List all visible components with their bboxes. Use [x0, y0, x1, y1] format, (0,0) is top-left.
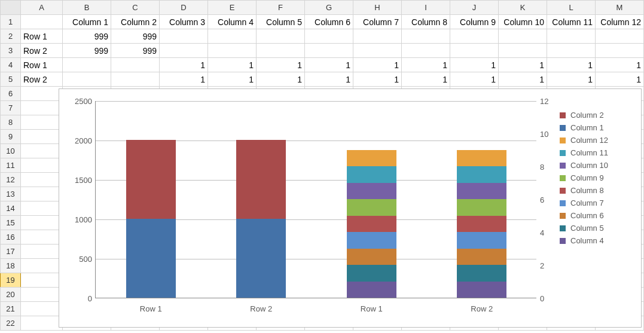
col-header-A[interactable]: A [21, 1, 63, 15]
cell[interactable]: 1 [160, 72, 208, 87]
row-header[interactable]: 12 [1, 173, 21, 187]
cell[interactable]: Column 11 [547, 15, 596, 29]
row-header[interactable]: 15 [1, 216, 21, 230]
cell[interactable]: 999 [111, 44, 160, 58]
row-header[interactable]: 16 [1, 230, 21, 245]
cell[interactable] [21, 273, 63, 288]
cell[interactable] [208, 29, 257, 44]
cell[interactable] [21, 302, 63, 316]
cell[interactable]: Column 3 [160, 15, 208, 29]
col-header-E[interactable]: E [208, 1, 257, 15]
row-header[interactable]: 5 [1, 72, 21, 87]
col-header-D[interactable]: D [160, 1, 208, 15]
row-header[interactable]: 1 [1, 15, 21, 29]
cell[interactable]: 1 [499, 72, 547, 87]
cell[interactable]: 1 [353, 72, 402, 87]
col-header-B[interactable]: B [63, 1, 111, 15]
cell[interactable] [305, 44, 353, 58]
select-all-corner[interactable] [1, 1, 21, 15]
cell[interactable]: 999 [63, 44, 111, 58]
row-header[interactable]: 19 [1, 273, 21, 288]
row-header[interactable]: 11 [1, 158, 21, 173]
cell[interactable] [63, 72, 111, 87]
cell[interactable] [21, 158, 63, 173]
cell[interactable] [208, 44, 257, 58]
row-header[interactable]: 3 [1, 44, 21, 58]
cell[interactable]: 999 [111, 29, 160, 44]
row-header[interactable]: 7 [1, 101, 21, 115]
cell[interactable] [402, 44, 450, 58]
cell[interactable]: Row 2 [21, 72, 63, 87]
cell[interactable] [596, 44, 644, 58]
embedded-chart[interactable]: 05001000150020002500024681012Row 1Row 2R… [59, 88, 642, 328]
cell[interactable]: 1 [596, 58, 644, 72]
row-header[interactable]: 2 [1, 29, 21, 44]
cell[interactable] [21, 245, 63, 259]
cell[interactable]: 1 [499, 58, 547, 72]
cell[interactable]: 1 [353, 58, 402, 72]
col-header-G[interactable]: G [305, 1, 353, 15]
cell[interactable]: 1 [547, 72, 596, 87]
cell[interactable]: Column 9 [450, 15, 499, 29]
cell[interactable]: Column 7 [353, 15, 402, 29]
col-header-M[interactable]: M [596, 1, 644, 15]
row-header[interactable]: 10 [1, 144, 21, 158]
cell[interactable] [499, 29, 547, 44]
cell[interactable] [21, 216, 63, 230]
row-header[interactable]: 18 [1, 259, 21, 273]
cell[interactable] [21, 115, 63, 130]
col-header-F[interactable]: F [257, 1, 305, 15]
row-header[interactable]: 22 [1, 316, 21, 331]
cell[interactable]: 1 [305, 72, 353, 87]
cell[interactable]: 1 [596, 72, 644, 87]
row-header[interactable]: 14 [1, 201, 21, 216]
cell[interactable] [305, 29, 353, 44]
cell[interactable] [547, 29, 596, 44]
cell[interactable] [160, 29, 208, 44]
cell[interactable]: 1 [305, 58, 353, 72]
cell[interactable]: Column 12 [596, 15, 644, 29]
cell[interactable]: Row 2 [21, 44, 63, 58]
cell[interactable] [63, 58, 111, 72]
cell[interactable] [111, 72, 160, 87]
cell[interactable]: Column 2 [111, 15, 160, 29]
cell[interactable]: Column 1 [63, 15, 111, 29]
cell[interactable] [21, 87, 63, 101]
cell[interactable]: 1 [450, 58, 499, 72]
cell[interactable]: Column 6 [305, 15, 353, 29]
col-header-C[interactable]: C [111, 1, 160, 15]
cell[interactable] [21, 259, 63, 273]
row-header[interactable]: 8 [1, 115, 21, 130]
cell[interactable] [21, 15, 63, 29]
cell[interactable]: 1 [402, 58, 450, 72]
cell[interactable] [21, 173, 63, 187]
cell[interactable]: Row 1 [21, 29, 63, 44]
cell[interactable] [111, 58, 160, 72]
cell[interactable]: 1 [402, 72, 450, 87]
cell[interactable]: Row 1 [21, 58, 63, 72]
cell[interactable]: 1 [257, 58, 305, 72]
cell[interactable] [21, 288, 63, 302]
cell[interactable] [353, 44, 402, 58]
col-header-K[interactable]: K [499, 1, 547, 15]
row-header[interactable]: 21 [1, 302, 21, 316]
cell[interactable] [353, 29, 402, 44]
col-header-J[interactable]: J [450, 1, 499, 15]
cell[interactable] [402, 29, 450, 44]
cell[interactable]: 1 [160, 58, 208, 72]
cell[interactable] [160, 44, 208, 58]
row-header[interactable]: 13 [1, 187, 21, 201]
row-header[interactable]: 4 [1, 58, 21, 72]
cell[interactable] [450, 29, 499, 44]
cell[interactable] [21, 130, 63, 144]
cell[interactable]: 1 [547, 58, 596, 72]
cell[interactable] [21, 187, 63, 201]
col-header-I[interactable]: I [402, 1, 450, 15]
cell[interactable] [450, 44, 499, 58]
cell[interactable]: 999 [63, 29, 111, 44]
col-header-H[interactable]: H [353, 1, 402, 15]
cell[interactable]: 1 [450, 72, 499, 87]
cell[interactable]: Column 5 [257, 15, 305, 29]
cell[interactable] [21, 144, 63, 158]
cell[interactable]: Column 10 [499, 15, 547, 29]
